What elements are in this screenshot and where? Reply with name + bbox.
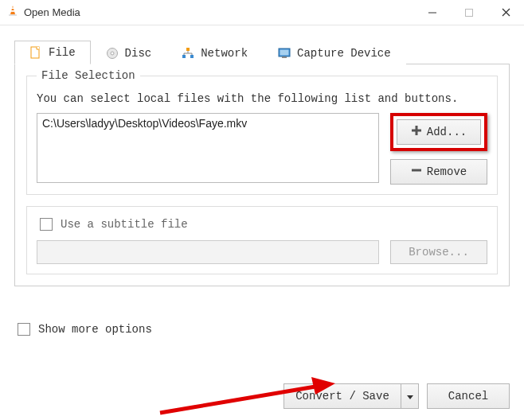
svg-rect-8 — [31, 47, 39, 58]
file-icon — [29, 46, 42, 59]
footer-buttons: Convert / Save Cancel — [284, 383, 510, 409]
tab-panel-file: File Selection You can select local file… — [14, 64, 510, 286]
browse-button-label: Browse... — [409, 246, 469, 259]
svg-rect-21 — [282, 56, 287, 58]
tab-network[interactable]: Network — [166, 41, 263, 64]
add-button-highlight: Add... — [390, 113, 487, 151]
convert-save-button[interactable]: Convert / Save — [284, 383, 401, 409]
svg-rect-20 — [280, 49, 289, 55]
minimize-button[interactable] — [414, 0, 451, 25]
svg-rect-1 — [9, 14, 17, 16]
svg-marker-25 — [407, 395, 413, 399]
svg-rect-2 — [11, 8, 14, 10]
svg-rect-12 — [186, 48, 190, 51]
tab-capture[interactable]: Capture Device — [263, 41, 406, 64]
content-area: File Disc Network Capture Device File Se… — [0, 25, 524, 286]
more-options-label: Show more options — [38, 323, 152, 336]
titlebar: Open Media — [0, 0, 524, 25]
tab-disc[interactable]: Disc — [91, 41, 167, 64]
tab-file-label: File — [49, 46, 76, 59]
svg-rect-14 — [190, 55, 194, 58]
subtitle-group: Use a subtitle file Browse... — [26, 206, 498, 274]
convert-save-label: Convert / Save — [295, 390, 389, 402]
add-button-label: Add... — [427, 126, 467, 138]
footer-options: Show more options — [0, 323, 524, 336]
svg-marker-0 — [10, 6, 15, 14]
window-title: Open Media — [19, 6, 414, 18]
subtitle-path-input — [37, 240, 379, 264]
tabs: File Disc Network Capture Device — [14, 40, 510, 64]
svg-point-11 — [111, 52, 114, 55]
file-selection-title: File Selection — [37, 69, 140, 82]
convert-save-dropdown[interactable] — [401, 383, 419, 409]
chevron-down-icon — [407, 391, 413, 402]
browse-button: Browse... — [390, 240, 487, 264]
file-selection-hint: You can select local files with the foll… — [37, 92, 487, 105]
tab-file[interactable]: File — [14, 41, 91, 64]
maximize-button[interactable] — [451, 0, 487, 25]
cancel-button-label: Cancel — [448, 390, 488, 402]
file-list[interactable]: C:\Users\ladyy\Desktop\Videos\Faye.mkv — [37, 113, 379, 183]
minus-icon — [411, 165, 422, 179]
file-selection-group: File Selection You can select local file… — [26, 76, 498, 195]
file-list-item[interactable]: C:\Users\ladyy\Desktop\Videos\Faye.mkv — [42, 117, 373, 130]
capture-icon — [278, 47, 291, 60]
remove-button[interactable]: Remove — [390, 159, 487, 185]
tab-disc-label: Disc — [125, 47, 152, 60]
subtitle-checkbox[interactable] — [40, 218, 53, 231]
svg-rect-5 — [466, 9, 473, 16]
network-icon — [182, 47, 194, 60]
subtitle-checkbox-label: Use a subtitle file — [61, 218, 188, 231]
plus-icon — [411, 125, 422, 139]
close-button[interactable] — [487, 0, 524, 25]
svg-rect-3 — [11, 10, 15, 12]
vlc-icon — [6, 5, 19, 20]
disc-icon — [106, 47, 119, 60]
tab-capture-label: Capture Device — [297, 47, 391, 60]
tab-network-label: Network — [201, 47, 248, 60]
svg-rect-13 — [182, 55, 186, 58]
remove-button-label: Remove — [427, 165, 467, 178]
cancel-button[interactable]: Cancel — [427, 383, 510, 409]
window-controls — [414, 0, 524, 25]
add-button[interactable]: Add... — [397, 119, 481, 145]
more-options-checkbox[interactable] — [18, 323, 30, 336]
convert-save-split-button: Convert / Save — [284, 383, 419, 409]
